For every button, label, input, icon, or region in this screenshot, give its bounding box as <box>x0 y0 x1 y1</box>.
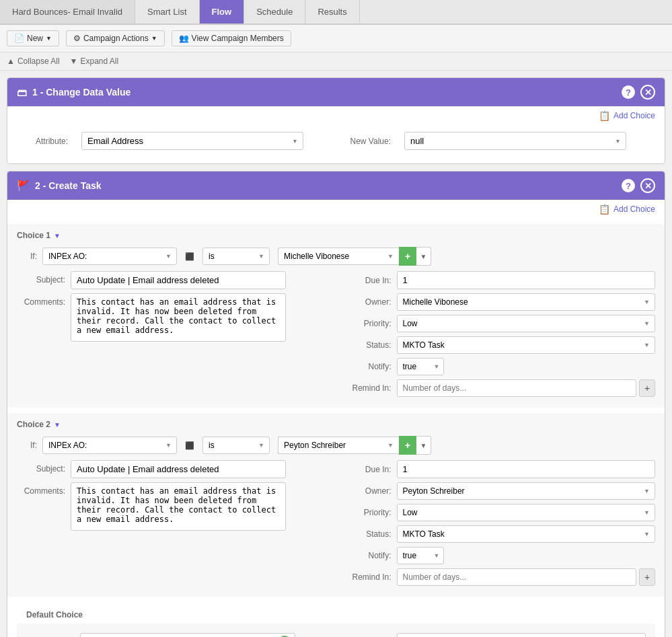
choice2-arrow-icon: ▼ <box>54 421 61 428</box>
choice2-field-icon: ⬛ <box>185 441 194 450</box>
collapse-all-button[interactable]: ▲ Collapse All <box>7 57 60 66</box>
choice2-person-down-button[interactable]: ▼ <box>416 436 431 455</box>
choice1-notify-select[interactable]: true <box>397 358 444 375</box>
step2-add-choice-button[interactable]: 📋 Add Choice <box>599 204 655 215</box>
choice2-section: Choice 2 ▼ If: INPEx AO: ⬛ is Peyton Sch… <box>7 413 665 597</box>
choice2-remind-input[interactable] <box>397 568 637 586</box>
default-subject-input[interactable] <box>80 633 295 637</box>
tab-bar: Hard Bounces- Email Invalid Smart List F… <box>0 0 672 25</box>
choice2-subject-input[interactable] <box>71 460 286 478</box>
choice1-person-down-button[interactable]: ▼ <box>416 247 431 266</box>
choice1-task-grid: Subject: Comments: This contact has an e… <box>17 271 655 401</box>
choice1-field-select-wrapper: INPEx AO: <box>42 248 177 265</box>
choice2-comments-label: Comments: <box>17 482 71 496</box>
choice1-add-person-button[interactable]: + <box>399 247 416 266</box>
default-choice-task-right: Due In: Owner: -- Assign to Sales Owner … <box>343 633 646 637</box>
choice1-owner-select-wrapper: Michelle Vibonese <box>397 293 656 311</box>
choice2-priority-row: Priority: Low <box>343 504 656 521</box>
choice2-status-select-wrapper: MKTO Task <box>397 525 656 543</box>
choice2-person-select-wrapper: Peyton Schreiber <box>278 437 399 454</box>
choice2-priority-select[interactable]: Low <box>397 504 656 521</box>
new-button[interactable]: 📄 New ▼ <box>7 30 59 46</box>
new-value-select[interactable]: null <box>404 132 626 150</box>
view-campaign-members-button[interactable]: 👥 View Campaign Members <box>172 30 291 46</box>
tab-flow[interactable]: Flow <box>200 0 245 24</box>
choice1-duein-label: Due In: <box>343 276 397 285</box>
choice2-priority-label: Priority: <box>343 508 397 517</box>
choice1-if-row: If: INPEx AO: ⬛ is Michelle Vibonese + <box>17 247 655 266</box>
expand-all-button[interactable]: ▼ Expand All <box>70 57 119 66</box>
step1-add-choice-row: 📋 Add Choice <box>7 106 665 125</box>
tab-smart-list[interactable]: Smart List <box>135 0 200 24</box>
choice2-comments-row: Comments: This contact has an email addr… <box>17 482 330 533</box>
step2-header: 🚩 2 - Create Task ? ✕ <box>7 172 665 200</box>
step1-close-button[interactable]: ✕ <box>640 85 655 100</box>
choice1-remind-add-button[interactable]: + <box>639 379 655 397</box>
choice1-remind-label: Remind In: <box>343 383 397 393</box>
choice1-subject-input[interactable] <box>71 271 286 289</box>
default-subject-label: Subject: <box>26 633 80 637</box>
choice1-duein-input[interactable] <box>397 271 656 289</box>
choice1-person-dropdown[interactable]: Michelle Vibonese <box>278 248 399 265</box>
tab-hard-bounces[interactable]: Hard Bounces- Email Invalid <box>0 0 135 24</box>
step1-help-button[interactable]: ? <box>622 85 635 99</box>
choice2-add-person-button[interactable]: + <box>399 436 416 455</box>
step2-header-actions: ? ✕ <box>622 178 655 193</box>
expand-icon: ▼ <box>70 57 78 66</box>
choice2-owner-select[interactable]: Peyton Schreiber <box>397 482 656 500</box>
choice1-status-select[interactable]: MKTO Task <box>397 336 656 354</box>
step2-add-choice-row: 📋 Add Choice <box>7 200 665 219</box>
choice1-priority-select-wrapper: Low <box>397 315 656 332</box>
choice2-notify-row: Notify: true <box>343 547 656 564</box>
choice1-if-field-select[interactable]: INPEx AO: <box>42 248 177 265</box>
choice1-owner-label: Owner: <box>343 297 397 307</box>
choice1-operator-select[interactable]: is <box>202 248 270 265</box>
step1-attr-row: Attribute: Email Address New Value: null <box>7 125 665 157</box>
choice1-comments-textarea[interactable]: This contact has an email address that i… <box>71 293 286 342</box>
step1-add-choice-button[interactable]: 📋 Add Choice <box>599 110 655 121</box>
tab-schedule[interactable]: Schedule <box>244 0 305 24</box>
choice2-duein-label: Due In: <box>343 465 397 474</box>
choice1-task-right: Due In: Owner: Michelle Vibonese Priorit… <box>343 271 656 401</box>
choice2-notify-select[interactable]: true <box>397 547 444 564</box>
new-value-select-wrapper: null <box>404 132 626 150</box>
step2-close-button[interactable]: ✕ <box>640 178 655 193</box>
toolbar: 📄 New ▼ ⚙ Campaign Actions ▼ 👥 View Camp… <box>0 25 672 52</box>
choice2-duein-input[interactable] <box>397 460 656 478</box>
step2-icon: 🚩 <box>17 180 30 192</box>
choice1-remind-value: + <box>397 379 656 397</box>
attribute-select[interactable]: Email Address <box>81 132 303 150</box>
choice2-if-field-select[interactable]: INPEx AO: <box>42 437 177 454</box>
attribute-select-wrapper: Email Address <box>81 132 303 150</box>
choice2-duein-row: Due In: <box>343 460 656 478</box>
choice1-operator-wrapper: is <box>202 248 270 265</box>
default-duein-input[interactable] <box>397 633 646 637</box>
choice2-notify-select-wrapper: true <box>397 547 444 564</box>
step2-help-button[interactable]: ? <box>622 179 635 192</box>
choice1-arrow-icon: ▼ <box>54 232 61 239</box>
choice1-priority-select[interactable]: Low <box>397 315 656 332</box>
attribute-label: Attribute: <box>21 137 68 146</box>
campaign-actions-button[interactable]: ⚙ Campaign Actions ▼ <box>66 30 165 46</box>
new-icon: 📄 <box>14 34 24 43</box>
choice2-comments-textarea[interactable]: This contact has an email address that i… <box>71 482 286 531</box>
choice2-status-select[interactable]: MKTO Task <box>397 525 656 543</box>
choice1-owner-select[interactable]: Michelle Vibonese <box>397 293 656 311</box>
add-choice-icon2: 📋 <box>599 204 610 215</box>
default-subject-wrapper: ↻ <box>80 633 295 637</box>
choice1-remind-input[interactable] <box>397 379 637 397</box>
tab-results[interactable]: Results <box>305 0 359 24</box>
choice2-person-dropdown[interactable]: Peyton Schreiber <box>278 437 399 454</box>
choice2-duein-value <box>397 460 656 478</box>
choice1-person-select-wrapper: Michelle Vibonese <box>278 248 399 265</box>
choice2-notify-value: true <box>397 547 444 564</box>
choice2-owner-row: Owner: Peyton Schreiber <box>343 482 656 500</box>
choice2-operator-select[interactable]: is <box>202 437 270 454</box>
choice1-status-row: Status: MKTO Task <box>343 336 656 354</box>
choice1-subject-label: Subject: <box>17 271 71 285</box>
choice1-task-left: Subject: Comments: This contact has an e… <box>17 271 330 401</box>
choice2-priority-select-wrapper: Low <box>397 504 656 521</box>
choice1-person-select: Michelle Vibonese + ▼ <box>278 247 431 266</box>
choice2-remind-add-button[interactable]: + <box>639 568 655 586</box>
choice1-status-label: Status: <box>343 340 397 350</box>
